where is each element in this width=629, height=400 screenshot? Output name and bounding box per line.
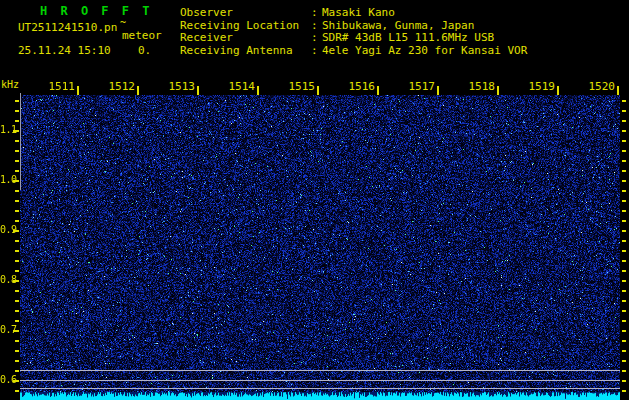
freq-tick-minor [15, 170, 19, 172]
spectrogram-canvas [20, 95, 620, 393]
freq-tick-right [622, 210, 626, 212]
freq-tick-right [622, 230, 626, 232]
write-cursor-line [20, 93, 21, 190]
freq-tick-right [622, 220, 626, 222]
time-tick [317, 86, 319, 95]
freq-tick-right [622, 150, 626, 152]
freq-tick-right [622, 280, 626, 282]
freq-tick-minor [15, 320, 19, 322]
field-value: SDR# 43dB L15 111.6MHz USB [322, 31, 494, 44]
time-tick [497, 86, 499, 95]
freq-tick-right [622, 380, 626, 382]
freq-tick-minor [15, 240, 19, 242]
freq-tick-right [622, 140, 626, 142]
freq-tick-major [13, 280, 19, 282]
freq-tick-minor [15, 390, 19, 392]
time-tick-label: 1518 [455, 80, 495, 93]
field-label: Receiver [180, 31, 233, 44]
freq-tick-right [622, 330, 626, 332]
freq-tick-right [622, 170, 626, 172]
freq-tick-right [622, 360, 626, 362]
freq-tick-right [622, 300, 626, 302]
freq-tick-minor [15, 110, 19, 112]
station-info-row: Receiver:SDR# 43dB L15 111.6MHz USB [0, 31, 629, 43]
time-tick [77, 86, 79, 95]
time-tick-label: 1512 [95, 80, 135, 93]
freq-tick-right [622, 350, 626, 352]
field-separator: : [311, 19, 318, 32]
freq-tick-minor [15, 300, 19, 302]
freq-tick-minor [15, 340, 19, 342]
freq-tick-right [622, 200, 626, 202]
freq-tick-minor [15, 360, 19, 362]
field-value: Shibukawa, Gunma, Japan [322, 19, 474, 32]
freq-tick-minor [15, 350, 19, 352]
time-tick-label: 1516 [335, 80, 375, 93]
field-label: Receiving Location [180, 19, 299, 32]
time-tick-label: 1519 [515, 80, 555, 93]
freq-tick-right [622, 190, 626, 192]
freq-tick-right [622, 100, 626, 102]
field-value: 4ele Yagi Az 230 for Kansai VOR [322, 44, 527, 57]
freq-tick-minor [15, 290, 19, 292]
reference-line [20, 370, 620, 371]
freq-tick-right [622, 270, 626, 272]
freq-tick-right [622, 160, 626, 162]
freq-tick-minor [15, 210, 19, 212]
time-tick [377, 86, 379, 95]
freq-tick-minor [15, 140, 19, 142]
station-info-row: Receiving Location:Shibukawa, Gunma, Jap… [0, 19, 629, 31]
time-tick-label: 1514 [215, 80, 255, 93]
time-tick [437, 86, 439, 95]
freq-tick-right [622, 110, 626, 112]
field-separator: : [311, 31, 318, 44]
signal-level-strip [20, 392, 620, 400]
freq-tick-right [622, 340, 626, 342]
freq-tick-right [622, 240, 626, 242]
freq-tick-right [622, 390, 626, 392]
time-tick-label: 1520 [575, 80, 615, 93]
freq-tick-minor [15, 100, 19, 102]
freq-tick-right [622, 120, 626, 122]
time-tick-label: 1515 [275, 80, 315, 93]
field-label: Observer [180, 6, 233, 19]
freq-tick-right [622, 180, 626, 182]
freq-tick-right [622, 290, 626, 292]
freq-tick-minor [15, 250, 19, 252]
time-tick [137, 86, 139, 95]
freq-tick-minor [15, 120, 19, 122]
freq-tick-minor [15, 200, 19, 202]
time-tick [557, 86, 559, 95]
time-tick-label: 1517 [395, 80, 435, 93]
reference-line [20, 388, 620, 389]
hrofft-window: H R O F F T UT2511241510.pn ~ meteor 25.… [0, 0, 629, 400]
freq-tick-right [622, 370, 626, 372]
station-info-row: Observer:Masaki Kano [0, 6, 629, 18]
freq-tick-minor [15, 370, 19, 372]
freq-tick-right [622, 320, 626, 322]
freq-tick-right [622, 130, 626, 132]
freq-tick-minor [15, 270, 19, 272]
freq-tick-major [13, 330, 19, 332]
freq-tick-major [13, 380, 19, 382]
freq-tick-major [13, 130, 19, 132]
field-separator: : [311, 44, 318, 57]
freq-tick-right [622, 250, 626, 252]
reference-line [20, 380, 620, 381]
field-value: Masaki Kano [322, 6, 395, 19]
field-separator: : [311, 6, 318, 19]
time-tick [197, 86, 199, 95]
freq-tick-minor [15, 260, 19, 262]
station-info-row: Receiving Antenna:4ele Yagi Az 230 for K… [0, 44, 629, 56]
time-tick [617, 86, 619, 95]
freq-tick-minor [15, 160, 19, 162]
field-label: Receiving Antenna [180, 44, 293, 57]
time-tick [257, 86, 259, 95]
freq-tick-major [13, 230, 19, 232]
time-tick-label: 1511 [35, 80, 75, 93]
freq-tick-minor [15, 310, 19, 312]
freq-tick-minor [15, 220, 19, 222]
freq-tick-major [13, 180, 19, 182]
time-tick-label: 1513 [155, 80, 195, 93]
freq-tick-minor [15, 150, 19, 152]
